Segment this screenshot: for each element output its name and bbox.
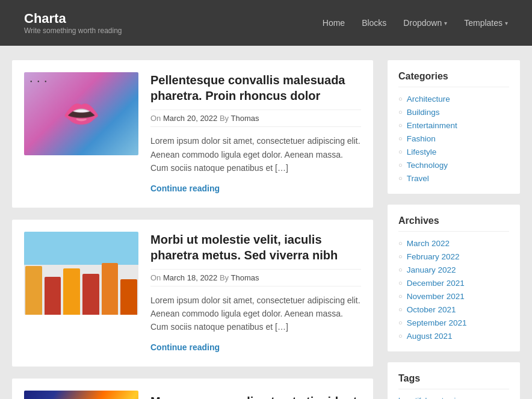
category-link[interactable]: Buildings	[407, 108, 440, 117]
archive-link[interactable]: October 2021	[407, 305, 456, 314]
list-item: ○Entertainment	[398, 121, 509, 130]
post-inner: Pellentesque convallis malesuada pharetr…	[12, 60, 373, 207]
site-tagline: Write something worth reading	[24, 26, 122, 35]
post-thumbnail: 🎨	[24, 391, 138, 399]
category-link[interactable]: Technology	[407, 161, 448, 170]
site-header: Charta Write something worth reading Hom…	[0, 0, 532, 46]
nav-dropdown[interactable]: Dropdown ▾	[403, 18, 447, 28]
list-item: ○September 2021	[398, 318, 509, 327]
post-meta: On March 18, 2022 By Thomas	[150, 269, 361, 286]
post-author: Thomas	[230, 114, 259, 123]
list-item: ○Travel	[398, 174, 509, 183]
post-title: Maecenas nec odio et ante tincidunt temp…	[150, 394, 361, 399]
archive-link[interactable]: November 2021	[407, 292, 465, 301]
list-item: ○November 2021	[398, 292, 509, 301]
main-content: Pellentesque convallis malesuada pharetr…	[12, 60, 373, 399]
post-excerpt: Lorem ipsum dolor sit amet, consectetuer…	[150, 134, 361, 175]
post-thumbnail	[24, 232, 138, 315]
archive-link[interactable]: January 2022	[407, 265, 456, 274]
bullet-icon: ○	[398, 175, 403, 182]
list-item: ○January 2022	[398, 265, 509, 274]
tag-link[interactable]: beautiful	[398, 397, 427, 399]
meta-on-label: On	[150, 273, 161, 282]
meta-by-label: By	[220, 114, 229, 123]
post-meta: On March 20, 2022 By Thomas	[150, 110, 361, 127]
post-card: 🎨 Maecenas nec odio et ante tincidunt te…	[12, 379, 373, 399]
categories-widget: Categories ○Architecture ○Buildings ○Ent…	[388, 60, 520, 194]
bullet-icon: ○	[398, 267, 403, 273]
list-item: ○Technology	[398, 161, 509, 170]
post-inner: Morbi ut molestie velit, iaculis pharetr…	[12, 220, 373, 367]
category-link[interactable]: Lifestyle	[407, 147, 437, 156]
archive-link[interactable]: September 2021	[407, 318, 467, 327]
categories-title: Categories	[398, 71, 509, 87]
post-body: Pellentesque convallis malesuada pharetr…	[150, 72, 361, 195]
bullet-icon: ○	[398, 96, 403, 102]
category-link[interactable]: Travel	[407, 174, 429, 183]
tags-list: beautiful customizer custom menus design…	[398, 397, 509, 399]
category-link[interactable]: Fashion	[407, 134, 436, 143]
nav-dropdown-link[interactable]: Dropdown	[403, 18, 442, 28]
post-image: 🎨	[24, 391, 138, 399]
post-date: March 20, 2022	[163, 114, 220, 123]
list-item: ○Lifestyle	[398, 147, 509, 156]
category-link[interactable]: Architecture	[407, 94, 450, 104]
archive-link[interactable]: August 2021	[407, 332, 453, 341]
bullet-icon: ○	[398, 162, 403, 169]
page-wrap: Pellentesque convallis malesuada pharetr…	[0, 46, 532, 399]
post-date: March 18, 2022	[163, 273, 220, 282]
bullet-icon: ○	[398, 109, 403, 116]
bullet-icon: ○	[398, 293, 403, 300]
nav-templates-link[interactable]: Templates	[464, 18, 503, 28]
nav-home[interactable]: Home	[323, 18, 345, 28]
post-author: Thomas	[230, 273, 259, 282]
post-card: Pellentesque convallis malesuada pharetr…	[12, 60, 373, 207]
post-thumbnail	[24, 72, 138, 155]
list-item: ○October 2021	[398, 305, 509, 314]
meta-by-label: By	[220, 273, 229, 282]
archives-title: Archives	[398, 215, 509, 232]
list-item: ○August 2021	[398, 332, 509, 341]
post-inner: 🎨 Maecenas nec odio et ante tincidunt te…	[12, 379, 373, 399]
buildings-graphic	[24, 261, 138, 315]
nav-blocks[interactable]: Blocks	[362, 18, 386, 28]
post-image	[24, 72, 138, 155]
list-item: ○February 2022	[398, 252, 509, 261]
bullet-icon: ○	[398, 122, 403, 129]
continue-reading-link[interactable]: Continue reading	[150, 342, 361, 354]
tags-title: Tags	[398, 373, 509, 389]
post-excerpt: Lorem ipsum dolor sit amet, consectetuer…	[150, 294, 361, 334]
post-body: Maecenas nec odio et ante tincidunt temp…	[150, 391, 361, 399]
archive-link[interactable]: December 2021	[407, 279, 465, 288]
main-nav: Home Blocks Dropdown ▾ Templates ▾	[323, 18, 508, 28]
bullet-icon: ○	[398, 333, 403, 339]
tag-link[interactable]: customizer	[430, 397, 466, 399]
site-title: Charta	[24, 11, 122, 26]
archive-link[interactable]: February 2022	[407, 252, 460, 261]
bullet-icon: ○	[398, 149, 403, 155]
chevron-down-icon: ▾	[444, 20, 447, 26]
archives-widget: Archives ○March 2022 ○February 2022 ○Jan…	[388, 205, 520, 351]
archive-link[interactable]: March 2022	[407, 239, 450, 248]
list-item: ○Fashion	[398, 134, 509, 143]
list-item: ○March 2022	[398, 239, 509, 248]
bullet-icon: ○	[398, 240, 403, 247]
tags-widget: Tags beautiful customizer custom menus d…	[388, 362, 520, 399]
chevron-down-icon: ▾	[505, 20, 508, 26]
post-image	[24, 232, 138, 315]
list-item: ○December 2021	[398, 279, 509, 288]
sidebar: Categories ○Architecture ○Buildings ○Ent…	[388, 60, 520, 399]
bullet-icon: ○	[398, 306, 403, 313]
list-item: ○Buildings	[398, 108, 509, 117]
category-link[interactable]: Entertainment	[407, 121, 457, 130]
site-brand: Charta Write something worth reading	[24, 11, 122, 35]
nav-templates[interactable]: Templates ▾	[464, 18, 508, 28]
bullet-icon: ○	[398, 320, 403, 326]
continue-reading-link[interactable]: Continue reading	[150, 184, 361, 196]
list-item: ○Architecture	[398, 94, 509, 104]
bullet-icon: ○	[398, 135, 403, 142]
categories-list: ○Architecture ○Buildings ○Entertainment …	[398, 94, 509, 183]
bullet-icon: ○	[398, 280, 403, 286]
post-card: Morbi ut molestie velit, iaculis pharetr…	[12, 220, 373, 367]
bullet-icon: ○	[398, 253, 403, 260]
